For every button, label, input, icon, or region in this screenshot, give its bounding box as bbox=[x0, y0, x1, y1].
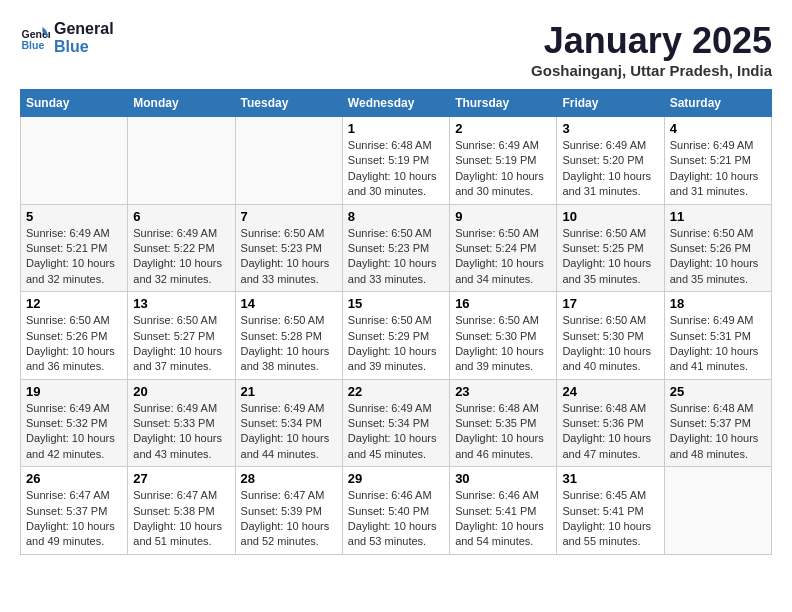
calendar-cell: 6Sunrise: 6:49 AM Sunset: 5:22 PM Daylig… bbox=[128, 204, 235, 292]
logo-line1: General bbox=[54, 20, 114, 38]
page-header: General Blue General Blue January 2025 G… bbox=[20, 20, 772, 79]
calendar-week-5: 26Sunrise: 6:47 AM Sunset: 5:37 PM Dayli… bbox=[21, 467, 772, 555]
day-info: Sunrise: 6:49 AM Sunset: 5:34 PM Dayligh… bbox=[241, 401, 337, 463]
calendar-week-1: 1Sunrise: 6:48 AM Sunset: 5:19 PM Daylig… bbox=[21, 117, 772, 205]
calendar-cell: 20Sunrise: 6:49 AM Sunset: 5:33 PM Dayli… bbox=[128, 379, 235, 467]
calendar-cell: 23Sunrise: 6:48 AM Sunset: 5:35 PM Dayli… bbox=[450, 379, 557, 467]
day-info: Sunrise: 6:47 AM Sunset: 5:39 PM Dayligh… bbox=[241, 488, 337, 550]
day-info: Sunrise: 6:45 AM Sunset: 5:41 PM Dayligh… bbox=[562, 488, 658, 550]
day-number: 31 bbox=[562, 471, 658, 486]
day-number: 14 bbox=[241, 296, 337, 311]
day-info: Sunrise: 6:50 AM Sunset: 5:30 PM Dayligh… bbox=[455, 313, 551, 375]
header-cell-thursday: Thursday bbox=[450, 90, 557, 117]
svg-text:Blue: Blue bbox=[22, 38, 45, 50]
calendar-cell bbox=[664, 467, 771, 555]
header-cell-friday: Friday bbox=[557, 90, 664, 117]
calendar-cell: 31Sunrise: 6:45 AM Sunset: 5:41 PM Dayli… bbox=[557, 467, 664, 555]
calendar-week-3: 12Sunrise: 6:50 AM Sunset: 5:26 PM Dayli… bbox=[21, 292, 772, 380]
day-number: 27 bbox=[133, 471, 229, 486]
day-info: Sunrise: 6:50 AM Sunset: 5:25 PM Dayligh… bbox=[562, 226, 658, 288]
header-cell-sunday: Sunday bbox=[21, 90, 128, 117]
day-info: Sunrise: 6:50 AM Sunset: 5:26 PM Dayligh… bbox=[26, 313, 122, 375]
header-cell-saturday: Saturday bbox=[664, 90, 771, 117]
day-info: Sunrise: 6:49 AM Sunset: 5:21 PM Dayligh… bbox=[26, 226, 122, 288]
calendar-cell: 5Sunrise: 6:49 AM Sunset: 5:21 PM Daylig… bbox=[21, 204, 128, 292]
calendar-cell: 21Sunrise: 6:49 AM Sunset: 5:34 PM Dayli… bbox=[235, 379, 342, 467]
calendar-cell: 12Sunrise: 6:50 AM Sunset: 5:26 PM Dayli… bbox=[21, 292, 128, 380]
calendar-cell: 4Sunrise: 6:49 AM Sunset: 5:21 PM Daylig… bbox=[664, 117, 771, 205]
day-number: 15 bbox=[348, 296, 444, 311]
day-number: 21 bbox=[241, 384, 337, 399]
calendar-cell: 9Sunrise: 6:50 AM Sunset: 5:24 PM Daylig… bbox=[450, 204, 557, 292]
day-info: Sunrise: 6:49 AM Sunset: 5:34 PM Dayligh… bbox=[348, 401, 444, 463]
day-info: Sunrise: 6:49 AM Sunset: 5:32 PM Dayligh… bbox=[26, 401, 122, 463]
day-info: Sunrise: 6:46 AM Sunset: 5:41 PM Dayligh… bbox=[455, 488, 551, 550]
day-number: 29 bbox=[348, 471, 444, 486]
day-info: Sunrise: 6:50 AM Sunset: 5:23 PM Dayligh… bbox=[348, 226, 444, 288]
day-number: 18 bbox=[670, 296, 766, 311]
calendar-cell: 16Sunrise: 6:50 AM Sunset: 5:30 PM Dayli… bbox=[450, 292, 557, 380]
day-number: 1 bbox=[348, 121, 444, 136]
day-info: Sunrise: 6:46 AM Sunset: 5:40 PM Dayligh… bbox=[348, 488, 444, 550]
calendar-cell: 22Sunrise: 6:49 AM Sunset: 5:34 PM Dayli… bbox=[342, 379, 449, 467]
logo-line2: Blue bbox=[54, 38, 114, 56]
day-info: Sunrise: 6:49 AM Sunset: 5:22 PM Dayligh… bbox=[133, 226, 229, 288]
day-info: Sunrise: 6:50 AM Sunset: 5:28 PM Dayligh… bbox=[241, 313, 337, 375]
calendar-cell bbox=[21, 117, 128, 205]
day-info: Sunrise: 6:48 AM Sunset: 5:19 PM Dayligh… bbox=[348, 138, 444, 200]
day-number: 19 bbox=[26, 384, 122, 399]
day-info: Sunrise: 6:50 AM Sunset: 5:29 PM Dayligh… bbox=[348, 313, 444, 375]
calendar-cell bbox=[128, 117, 235, 205]
day-number: 28 bbox=[241, 471, 337, 486]
day-number: 3 bbox=[562, 121, 658, 136]
calendar-cell bbox=[235, 117, 342, 205]
calendar-week-2: 5Sunrise: 6:49 AM Sunset: 5:21 PM Daylig… bbox=[21, 204, 772, 292]
calendar-cell: 1Sunrise: 6:48 AM Sunset: 5:19 PM Daylig… bbox=[342, 117, 449, 205]
calendar-cell: 25Sunrise: 6:48 AM Sunset: 5:37 PM Dayli… bbox=[664, 379, 771, 467]
day-number: 16 bbox=[455, 296, 551, 311]
day-info: Sunrise: 6:49 AM Sunset: 5:33 PM Dayligh… bbox=[133, 401, 229, 463]
calendar-cell: 15Sunrise: 6:50 AM Sunset: 5:29 PM Dayli… bbox=[342, 292, 449, 380]
day-number: 10 bbox=[562, 209, 658, 224]
day-number: 17 bbox=[562, 296, 658, 311]
day-number: 22 bbox=[348, 384, 444, 399]
calendar-cell: 3Sunrise: 6:49 AM Sunset: 5:20 PM Daylig… bbox=[557, 117, 664, 205]
calendar-cell: 24Sunrise: 6:48 AM Sunset: 5:36 PM Dayli… bbox=[557, 379, 664, 467]
day-info: Sunrise: 6:50 AM Sunset: 5:23 PM Dayligh… bbox=[241, 226, 337, 288]
calendar-cell: 29Sunrise: 6:46 AM Sunset: 5:40 PM Dayli… bbox=[342, 467, 449, 555]
day-number: 12 bbox=[26, 296, 122, 311]
calendar-cell: 27Sunrise: 6:47 AM Sunset: 5:38 PM Dayli… bbox=[128, 467, 235, 555]
day-number: 30 bbox=[455, 471, 551, 486]
day-info: Sunrise: 6:49 AM Sunset: 5:19 PM Dayligh… bbox=[455, 138, 551, 200]
calendar-cell: 8Sunrise: 6:50 AM Sunset: 5:23 PM Daylig… bbox=[342, 204, 449, 292]
calendar-cell: 11Sunrise: 6:50 AM Sunset: 5:26 PM Dayli… bbox=[664, 204, 771, 292]
day-number: 20 bbox=[133, 384, 229, 399]
day-info: Sunrise: 6:47 AM Sunset: 5:37 PM Dayligh… bbox=[26, 488, 122, 550]
day-number: 24 bbox=[562, 384, 658, 399]
day-number: 9 bbox=[455, 209, 551, 224]
logo: General Blue General Blue bbox=[20, 20, 114, 55]
day-info: Sunrise: 6:49 AM Sunset: 5:31 PM Dayligh… bbox=[670, 313, 766, 375]
day-info: Sunrise: 6:50 AM Sunset: 5:24 PM Dayligh… bbox=[455, 226, 551, 288]
title-block: January 2025 Goshainganj, Uttar Pradesh,… bbox=[531, 20, 772, 79]
day-number: 7 bbox=[241, 209, 337, 224]
header-cell-monday: Monday bbox=[128, 90, 235, 117]
calendar-week-4: 19Sunrise: 6:49 AM Sunset: 5:32 PM Dayli… bbox=[21, 379, 772, 467]
calendar-cell: 19Sunrise: 6:49 AM Sunset: 5:32 PM Dayli… bbox=[21, 379, 128, 467]
logo-icon: General Blue bbox=[20, 23, 50, 53]
day-info: Sunrise: 6:50 AM Sunset: 5:26 PM Dayligh… bbox=[670, 226, 766, 288]
day-info: Sunrise: 6:50 AM Sunset: 5:27 PM Dayligh… bbox=[133, 313, 229, 375]
calendar-cell: 26Sunrise: 6:47 AM Sunset: 5:37 PM Dayli… bbox=[21, 467, 128, 555]
calendar-cell: 13Sunrise: 6:50 AM Sunset: 5:27 PM Dayli… bbox=[128, 292, 235, 380]
calendar-table: SundayMondayTuesdayWednesdayThursdayFrid… bbox=[20, 89, 772, 555]
day-info: Sunrise: 6:48 AM Sunset: 5:35 PM Dayligh… bbox=[455, 401, 551, 463]
header-cell-tuesday: Tuesday bbox=[235, 90, 342, 117]
day-number: 2 bbox=[455, 121, 551, 136]
day-number: 5 bbox=[26, 209, 122, 224]
header-row: SundayMondayTuesdayWednesdayThursdayFrid… bbox=[21, 90, 772, 117]
calendar-cell: 7Sunrise: 6:50 AM Sunset: 5:23 PM Daylig… bbox=[235, 204, 342, 292]
day-number: 13 bbox=[133, 296, 229, 311]
day-number: 23 bbox=[455, 384, 551, 399]
day-number: 4 bbox=[670, 121, 766, 136]
day-info: Sunrise: 6:48 AM Sunset: 5:37 PM Dayligh… bbox=[670, 401, 766, 463]
